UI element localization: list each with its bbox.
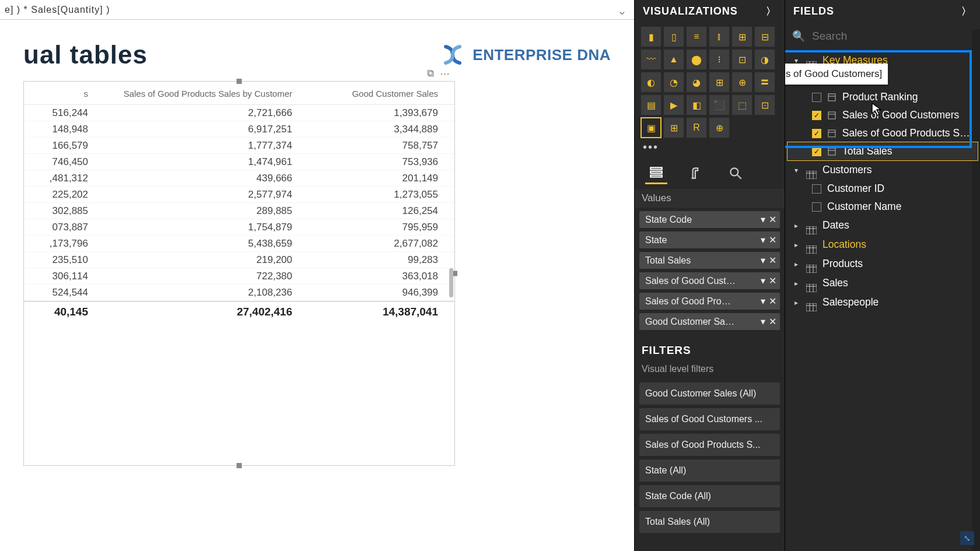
viz-type-button[interactable]: ⫿ (709, 26, 730, 47)
resize-handle-s[interactable] (237, 463, 242, 468)
filter-card[interactable]: Good Customer Sales (All) (639, 382, 780, 405)
checkbox[interactable]: ✓ (812, 147, 821, 156)
table-visual[interactable]: ⧉ ⋯ s Sales of Good Products Sales by Cu… (23, 81, 455, 466)
filter-card[interactable]: Sales of Good Customers ... (639, 408, 780, 430)
formula-bar[interactable]: e] ) * Sales[Quantity] ) ⌄ (0, 0, 634, 20)
value-well-item[interactable]: State Code▾✕ (639, 211, 780, 228)
collapse-icon[interactable]: ▾ (792, 166, 800, 174)
viz-type-button[interactable]: ≡ (686, 26, 707, 47)
viz-type-button[interactable]: ◧ (686, 94, 707, 115)
checkbox[interactable] (812, 202, 821, 212)
expand-icon[interactable]: ▸ (792, 299, 800, 307)
chevron-down-icon[interactable]: ▾ (761, 296, 765, 307)
table-products[interactable]: ▸Products (788, 254, 978, 273)
filter-card[interactable]: Sales of Good Products S... (639, 434, 780, 456)
viz-type-button[interactable]: ⫶ (709, 49, 730, 70)
checkbox[interactable] (812, 93, 821, 102)
table-row[interactable]: 306,114722,380363,018 (24, 268, 454, 285)
resize-handle-n[interactable] (237, 79, 242, 84)
value-well-item[interactable]: Sales of Good Customers▾✕ (639, 272, 780, 289)
table-salespeople[interactable]: ▸Salespeople (788, 293, 978, 312)
value-well-item[interactable]: Sales of Good Products▾✕ (639, 293, 780, 310)
filter-card[interactable]: State Code (All) (639, 485, 780, 507)
table-row[interactable]: 166,5791,777,374758,757 (24, 138, 454, 154)
table-row[interactable]: 073,8871,754,879795,959 (24, 219, 454, 236)
viz-type-button[interactable]: ▶ (663, 94, 684, 115)
viz-type-button[interactable]: ⬚ (732, 94, 752, 115)
field-item[interactable]: Product Ranking (788, 88, 978, 106)
viz-type-button[interactable]: ⊕ (709, 117, 730, 138)
table-row[interactable]: ,481,312439,666201,149 (24, 170, 454, 187)
viz-type-button[interactable]: ▮ (640, 26, 662, 47)
remove-icon[interactable]: ✕ (769, 214, 776, 225)
filter-card[interactable]: Total Sales (All) (639, 511, 780, 533)
collapse-fields-pane-icon[interactable]: 〉 (961, 5, 972, 18)
viz-type-button[interactable]: ⊕ (732, 72, 752, 93)
table-row[interactable]: 148,9486,917,2513,344,889 (24, 121, 454, 138)
table-customers[interactable]: ▾Customers (788, 160, 978, 180)
expand-icon[interactable]: ▸ (792, 241, 800, 249)
viz-type-button[interactable]: ⊞ (732, 26, 752, 47)
field-item[interactable]: Customer Name (788, 198, 978, 216)
remove-icon[interactable]: ✕ (769, 275, 776, 286)
more-options-icon[interactable]: ⋯ (440, 68, 450, 80)
viz-type-button[interactable]: ⊞ (663, 117, 684, 138)
remove-icon[interactable]: ✕ (769, 316, 776, 327)
chevron-down-icon[interactable]: ▾ (761, 255, 765, 266)
viz-type-button[interactable]: ⬛ (709, 94, 730, 115)
table-sales[interactable]: ▸Sales (788, 273, 978, 293)
expand-pane-button[interactable]: ⤡ (960, 531, 974, 545)
field-item[interactable]: ✓Total Sales (788, 142, 978, 160)
table-row[interactable]: 746,4501,474,961753,936 (24, 154, 454, 170)
focus-mode-icon[interactable]: ⧉ (427, 68, 434, 79)
formula-expand-icon[interactable]: ⌄ (617, 3, 627, 17)
value-well-item[interactable]: Good Customer Sales▾✕ (639, 313, 780, 330)
expand-icon[interactable]: ▸ (792, 222, 800, 230)
scrollbar-vertical[interactable] (449, 268, 453, 297)
col-header-1[interactable]: s (30, 89, 88, 99)
remove-icon[interactable]: ✕ (769, 234, 776, 245)
table-row[interactable]: 524,5442,108,236946,399 (24, 285, 454, 301)
viz-type-button[interactable]: ⊞ (709, 72, 730, 93)
viz-type-button[interactable]: ◔ (663, 72, 684, 93)
expand-icon[interactable]: ▸ (792, 260, 800, 268)
field-item[interactable]: ✓Sales of Good Customers (788, 106, 978, 124)
viz-type-button[interactable]: ▤ (640, 94, 662, 115)
viz-type-button[interactable]: 〓 (754, 72, 775, 93)
table-locations[interactable]: ▸Locations (788, 235, 978, 254)
checkbox[interactable] (812, 184, 821, 194)
fields-mode-button[interactable] (645, 162, 667, 184)
checkbox[interactable]: ✓ (812, 129, 821, 138)
fields-search[interactable]: 🔍 (785, 26, 980, 51)
col-header-3[interactable]: Good Customer Sales (292, 89, 438, 99)
field-item[interactable]: ✓Sales of Good Products Sa... (788, 124, 978, 142)
viz-type-button[interactable]: ▣ (640, 117, 662, 138)
viz-type-button[interactable]: ◕ (686, 72, 707, 93)
viz-type-button[interactable]: ◐ (640, 72, 662, 93)
collapse-viz-pane-icon[interactable]: 〉 (766, 5, 776, 18)
value-well-item[interactable]: Total Sales▾✕ (639, 252, 780, 269)
table-dates[interactable]: ▸Dates (788, 216, 978, 235)
viz-type-button[interactable]: ⊡ (754, 94, 775, 115)
viz-type-button[interactable]: ⊟ (754, 26, 775, 47)
chevron-down-icon[interactable]: ▾ (761, 275, 765, 286)
field-item[interactable]: Customer ID (788, 180, 978, 198)
remove-icon[interactable]: ✕ (769, 255, 776, 266)
col-header-2[interactable]: Sales of Good Products Sales by Customer (88, 89, 292, 99)
viz-type-button[interactable]: ⬤ (686, 49, 707, 70)
filter-card[interactable]: State (All) (639, 459, 780, 482)
values-well[interactable]: State Code▾✕State▾✕Total Sales▾✕Sales of… (635, 211, 785, 335)
viz-more-icon[interactable]: ••• (635, 138, 785, 156)
viz-type-button[interactable]: 〰 (640, 49, 662, 70)
expand-icon[interactable]: ▸ (792, 279, 800, 287)
table-row[interactable]: ,173,7965,438,6592,677,082 (24, 236, 454, 252)
viz-type-button[interactable]: R (686, 117, 707, 138)
table-row[interactable]: 235,510219,20099,283 (24, 252, 454, 268)
format-mode-button[interactable] (685, 162, 707, 184)
viz-type-button[interactable]: ⊡ (732, 49, 752, 70)
chevron-down-icon[interactable]: ▾ (761, 316, 765, 327)
analytics-mode-button[interactable] (724, 162, 747, 184)
checkbox[interactable]: ✓ (812, 111, 821, 120)
viz-type-button[interactable]: ◑ (754, 49, 775, 70)
remove-icon[interactable]: ✕ (769, 296, 776, 307)
